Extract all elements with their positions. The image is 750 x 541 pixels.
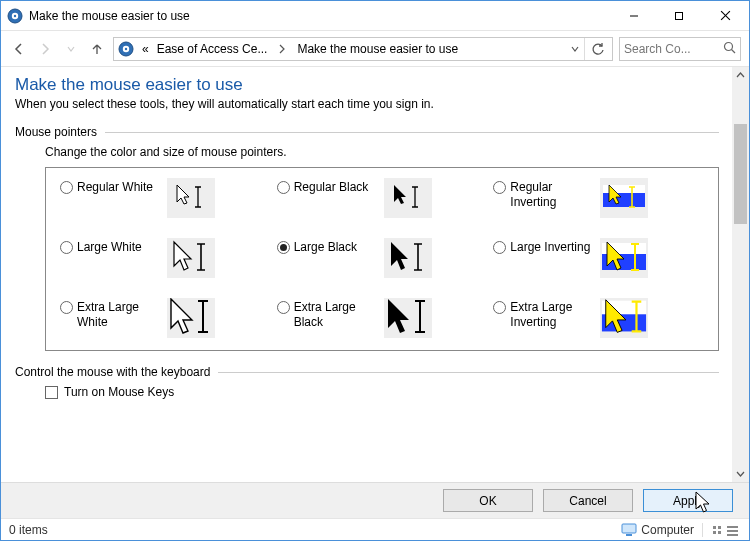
up-button[interactable] — [87, 39, 107, 59]
option-xl-inverting[interactable]: Extra Large Inverting — [493, 298, 704, 338]
app-icon — [7, 8, 23, 24]
forward-button[interactable] — [35, 39, 55, 59]
group-mouse-pointers: Mouse pointers — [15, 125, 719, 139]
status-items: 0 items — [9, 523, 48, 537]
group-label: Mouse pointers — [15, 125, 97, 139]
cursor-preview — [600, 298, 648, 338]
window-title: Make the mouse easier to use — [29, 9, 611, 23]
ok-button[interactable]: OK — [443, 489, 533, 512]
svg-rect-19 — [626, 534, 632, 536]
option-xl-black[interactable]: Extra Large Black — [277, 298, 488, 338]
divider — [105, 132, 719, 133]
page-subtitle: When you select these tools, they will a… — [15, 97, 719, 111]
svg-rect-18 — [622, 524, 636, 533]
option-regular-white[interactable]: Regular White — [60, 178, 271, 218]
address-icon — [118, 41, 134, 57]
svg-rect-25 — [727, 530, 738, 532]
computer-icon — [621, 523, 637, 537]
option-label: Regular White — [77, 178, 163, 195]
status-bar: 0 items Computer — [1, 518, 749, 540]
scroll-track[interactable] — [732, 84, 749, 465]
option-label: Extra Large Inverting — [510, 298, 596, 330]
maximize-button[interactable] — [656, 1, 701, 30]
scroll-thumb[interactable] — [734, 124, 747, 224]
breadcrumb-item[interactable]: Make the mouse easier to use — [295, 42, 460, 56]
radio-icon — [60, 181, 73, 194]
close-button[interactable] — [701, 1, 749, 30]
breadcrumb-item[interactable]: Ease of Access Ce... — [155, 42, 270, 56]
radio-icon — [277, 181, 290, 194]
radio-icon — [493, 181, 506, 194]
radio-icon — [277, 301, 290, 314]
svg-rect-20 — [713, 526, 716, 529]
svg-rect-26 — [727, 534, 738, 536]
page-title: Make the mouse easier to use — [15, 75, 719, 95]
apply-button[interactable]: Apply — [643, 489, 733, 512]
option-label: Large Inverting — [510, 238, 596, 255]
group-label: Control the mouse with the keyboard — [15, 365, 210, 379]
radio-icon — [277, 241, 290, 254]
view-icons[interactable] — [711, 524, 741, 536]
svg-line-11 — [732, 49, 736, 53]
radio-icon — [60, 301, 73, 314]
minimize-button[interactable] — [611, 1, 656, 30]
cursor-preview — [600, 238, 648, 278]
content-scroll: Make the mouse easier to use When you se… — [1, 67, 731, 482]
cursor-preview — [167, 298, 215, 338]
status-computer: Computer — [641, 523, 694, 537]
svg-point-9 — [125, 47, 127, 49]
chevron-right-icon[interactable] — [273, 44, 291, 54]
content-area: Make the mouse easier to use When you se… — [1, 67, 749, 482]
recent-dropdown[interactable] — [61, 39, 81, 59]
option-label: Large White — [77, 238, 163, 255]
breadcrumb-prefix: « — [140, 42, 151, 56]
refresh-button[interactable] — [584, 38, 610, 60]
button-bar: OK Cancel Apply — [1, 482, 749, 518]
radio-icon — [493, 241, 506, 254]
window-buttons — [611, 1, 749, 30]
checkbox-icon — [45, 386, 58, 399]
titlebar: Make the mouse easier to use — [1, 1, 749, 31]
option-large-inverting[interactable]: Large Inverting — [493, 238, 704, 278]
address-bar[interactable]: « Ease of Access Ce... Make the mouse ea… — [113, 37, 613, 61]
cursor-preview — [384, 238, 432, 278]
svg-point-10 — [725, 42, 733, 50]
search-icon — [723, 41, 736, 57]
svg-rect-4 — [675, 12, 682, 19]
search-placeholder: Search Co... — [624, 42, 691, 56]
svg-rect-23 — [718, 531, 721, 534]
cancel-button[interactable]: Cancel — [543, 489, 633, 512]
svg-rect-21 — [718, 526, 721, 529]
vertical-scrollbar[interactable] — [732, 67, 749, 482]
cursor-preview — [167, 238, 215, 278]
checkbox-label: Turn on Mouse Keys — [64, 385, 174, 399]
option-label: Regular Black — [294, 178, 380, 195]
address-dropdown[interactable] — [566, 44, 584, 54]
svg-point-2 — [14, 14, 16, 16]
group-keyboard: Control the mouse with the keyboard — [15, 365, 719, 379]
navbar: « Ease of Access Ce... Make the mouse ea… — [1, 31, 749, 67]
svg-rect-24 — [727, 526, 738, 528]
option-label: Extra Large Black — [294, 298, 380, 330]
radio-icon — [60, 241, 73, 254]
search-input[interactable]: Search Co... — [619, 37, 741, 61]
option-xl-white[interactable]: Extra Large White — [60, 298, 271, 338]
svg-rect-22 — [713, 531, 716, 534]
option-regular-black[interactable]: Regular Black — [277, 178, 488, 218]
scroll-up-icon[interactable] — [732, 67, 749, 84]
radio-icon — [493, 301, 506, 314]
option-label: Regular Inverting — [510, 178, 596, 210]
cursor-preview — [167, 178, 215, 218]
group-description: Change the color and size of mouse point… — [45, 145, 719, 159]
divider — [218, 372, 719, 373]
option-large-black[interactable]: Large Black — [277, 238, 488, 278]
cursor-preview — [384, 178, 432, 218]
option-label: Large Black — [294, 238, 380, 255]
cursor-preview — [384, 298, 432, 338]
scroll-down-icon[interactable] — [732, 465, 749, 482]
option-large-white[interactable]: Large White — [60, 238, 271, 278]
option-mouse-keys[interactable]: Turn on Mouse Keys — [45, 385, 719, 399]
option-regular-inverting[interactable]: Regular Inverting — [493, 178, 704, 218]
cursor-preview — [600, 178, 648, 218]
back-button[interactable] — [9, 39, 29, 59]
